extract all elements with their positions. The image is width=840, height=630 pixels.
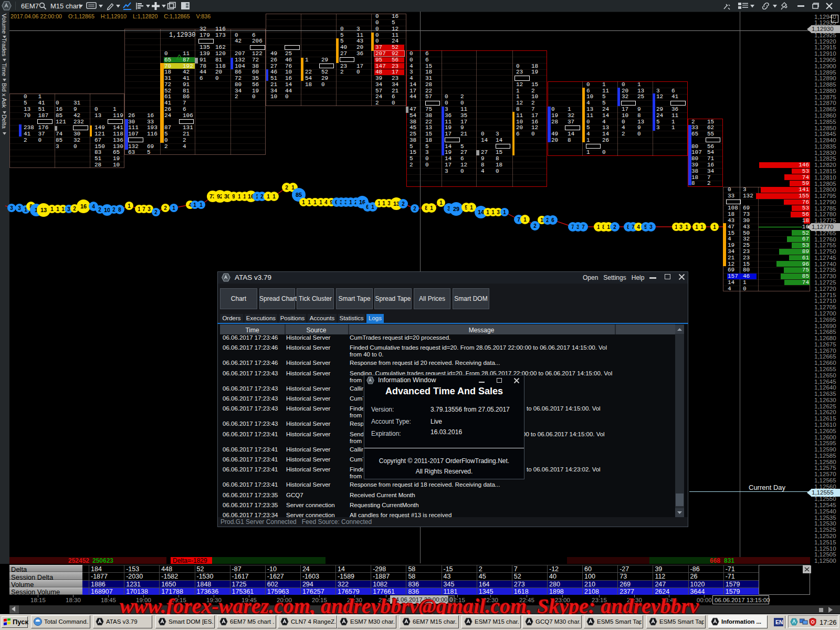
svg-text:7: 7 [582,224,585,230]
svg-text:1: 1 [128,203,131,209]
svg-text:3: 3 [497,209,500,215]
svg-text:1: 1 [313,200,317,205]
svg-text:1: 1 [61,206,65,212]
svg-text:1: 1 [607,224,610,230]
svg-text:1: 1 [50,206,54,212]
svg-text:1: 1 [503,209,506,215]
svg-text:29: 29 [453,206,459,212]
svg-text:2: 2 [413,206,416,212]
svg-text:3: 3 [679,224,682,230]
svg-text:1: 1 [713,224,716,230]
svg-text:2: 2 [98,207,101,213]
svg-text:6: 6 [551,217,554,223]
svg-text:10: 10 [104,207,110,213]
svg-text:1: 1 [302,200,305,205]
svg-text:1: 1 [172,205,175,211]
svg-text:2: 2 [613,224,616,230]
svg-text:8: 8 [118,207,121,213]
svg-text:3: 3 [18,205,21,211]
svg-text:1: 1 [371,204,374,210]
svg-text:3: 3 [148,206,151,212]
svg-text:85: 85 [296,192,302,198]
svg-text:1: 1 [200,202,203,208]
svg-text:3: 3 [649,224,653,230]
svg-text:2: 2 [402,201,405,207]
svg-text:1: 1 [439,200,443,206]
svg-text:1: 1 [308,200,311,205]
svg-text:7: 7 [517,217,520,223]
svg-text:1: 1 [193,202,196,208]
svg-text:1: 1 [272,194,276,200]
svg-text:1: 1 [523,217,527,223]
svg-text:2: 2 [154,209,158,215]
svg-text:1: 1 [685,224,688,230]
svg-text:1: 1 [291,185,295,191]
svg-text:1: 1 [470,205,473,211]
svg-text:2: 2 [533,223,537,229]
svg-text:2: 2 [285,185,288,191]
svg-text:4: 4 [637,224,640,230]
svg-text:2: 2 [73,206,76,212]
svg-text:2: 2 [260,194,264,200]
svg-text:1: 1 [430,205,433,211]
svg-text:3: 3 [10,205,13,211]
svg-text:4: 4 [92,204,95,209]
svg-text:16: 16 [80,203,87,209]
svg-text:13: 13 [40,207,47,213]
svg-text:2: 2 [164,205,167,211]
svg-text:1: 1 [700,224,704,230]
svg-text:3: 3 [67,206,70,212]
